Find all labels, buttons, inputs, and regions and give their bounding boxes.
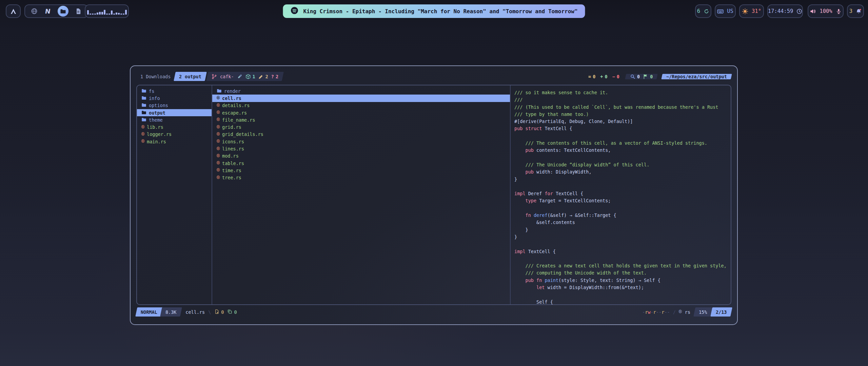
file-name: info	[149, 96, 160, 101]
current-path-segment[interactable]: ~/Repos/eza/src/output	[661, 74, 732, 79]
microphone-icon	[836, 8, 842, 14]
panes-container: fsinfooptionsoutputtheme®lib.rs®logger.r…	[136, 85, 731, 305]
updates-pill[interactable]: 6	[695, 4, 711, 18]
now-playing-pill[interactable]: King Crimson - Epitaph - Including "Marc…	[283, 4, 585, 18]
code-line: /// type by that name too.)	[514, 111, 731, 119]
file-row[interactable]: ®main.rs	[137, 138, 212, 145]
folder-icon	[141, 110, 146, 116]
graph-bar	[113, 14, 115, 15]
volume-level: 100%	[820, 8, 832, 14]
file-row[interactable]: theme	[137, 116, 212, 123]
git-branch-icon	[212, 74, 217, 79]
graph-bar	[106, 14, 108, 15]
file-row[interactable]: render	[212, 87, 510, 95]
code-line: &self.contents	[514, 220, 731, 227]
spotify-icon	[290, 6, 298, 16]
code-line: #[derive(PartialEq, Debug, Clone, Defaul…	[514, 119, 731, 126]
graph-bar	[104, 10, 105, 15]
file-name: output	[149, 110, 165, 116]
current-file-name: cell.rs	[185, 309, 205, 315]
code-line: }	[514, 227, 731, 234]
selected-file-row[interactable]: ®cell.rs	[212, 95, 510, 102]
tab-downloads[interactable]: 1 Downloads	[136, 72, 175, 81]
file-row[interactable]: ®tree.rs	[212, 174, 510, 181]
file-row[interactable]: options	[137, 102, 212, 109]
file-row[interactable]: ®details.rs	[212, 102, 510, 109]
separator: \	[208, 309, 211, 315]
keyboard-layout-pill[interactable]: US	[715, 4, 736, 18]
notifications-pill[interactable]: 3	[847, 4, 864, 18]
file-row[interactable]: ®lib.rs	[137, 123, 212, 130]
question-icon: ?	[271, 74, 274, 79]
file-name: icons.rs	[222, 139, 244, 144]
workspace-globe-icon[interactable]	[31, 7, 38, 15]
launcher-button[interactable]	[6, 4, 21, 18]
file-row[interactable]: info	[137, 95, 212, 102]
removed-count: 0	[617, 74, 619, 79]
rust-file-icon: ®	[217, 103, 220, 108]
code-line: ///	[514, 97, 731, 104]
file-row[interactable]: ®mod.rs	[212, 152, 510, 160]
separator: /	[673, 309, 676, 315]
code-preview: /// so it makes sense to cache it.//////…	[511, 87, 731, 305]
rust-file-icon: ®	[217, 117, 220, 122]
file-row[interactable]: ®time.rs	[212, 167, 510, 174]
folder-icon	[141, 88, 146, 94]
code-line: pub contents: TextCellContents,	[514, 147, 731, 155]
graph-bar	[87, 10, 89, 15]
flag-count: 0	[650, 74, 653, 79]
graph-bar	[120, 14, 122, 15]
workspace-folder-icon[interactable]	[58, 6, 68, 17]
volume-pill[interactable]: 100%	[808, 4, 844, 18]
notification-count: 3	[849, 8, 852, 14]
file-row[interactable]: ®table.rs	[212, 160, 510, 167]
workspace-n-letter-icon[interactable]: N	[44, 7, 52, 15]
code-line: }	[514, 234, 731, 241]
clock-pill[interactable]: 17:44:59	[767, 4, 803, 18]
folder-icon	[141, 102, 146, 108]
rust-file-icon: ®	[141, 125, 144, 130]
git-status-segment: cafk- 1 2 ?2	[206, 72, 284, 81]
code-line: /// (This used to be called `Cell`, but …	[514, 104, 731, 111]
file-name: logger.rs	[147, 131, 172, 137]
graph-bar	[97, 13, 98, 15]
current-pane-list: render®cell.rs®details.rs®escape.rs®file…	[212, 87, 510, 181]
filetype-label: rs	[685, 309, 690, 315]
parent-pane: fsinfooptionsoutputtheme®lib.rs®logger.r…	[137, 85, 212, 304]
workspace-document-icon[interactable]	[75, 7, 82, 15]
rust-file-icon: ®	[217, 139, 220, 144]
keyboard-layout-label: US	[727, 8, 733, 14]
file-row[interactable]: fs	[137, 87, 212, 95]
file-row[interactable]: ®file_name.rs	[212, 116, 510, 123]
breadcrumb-path: ~/Repos/eza/src/output	[666, 74, 727, 79]
file-row[interactable]: ®grid_details.rs	[212, 131, 510, 138]
file-name: theme	[149, 117, 163, 123]
graph-bar	[94, 14, 96, 15]
code-line: }	[514, 177, 731, 184]
search-icon	[630, 74, 635, 79]
yazi-window: 1 Downloads 2 output cafk- 1 2 ?2 =0 +0	[130, 65, 738, 325]
file-row[interactable]: ®grid.rs	[212, 123, 510, 130]
git-untracked-count: 2	[276, 74, 278, 79]
code-line: Self {	[514, 299, 731, 305]
file-row[interactable]: ®logger.rs	[137, 131, 212, 138]
pencil-icon	[258, 74, 264, 79]
code-line: /// The Unicode “display width” of this …	[514, 162, 731, 169]
code-line	[514, 256, 731, 263]
window-header: 1 Downloads 2 output cafk- 1 2 ?2 =0 +0	[136, 72, 731, 81]
system-graph-widget[interactable]	[85, 4, 129, 18]
weather-pill[interactable]: 31°	[739, 4, 764, 18]
tab-output[interactable]: 2 output	[174, 72, 207, 81]
keyboard-icon	[717, 8, 724, 15]
file-row[interactable]: ®lines.rs	[212, 145, 510, 152]
scroll-percent-segment: 15%	[693, 307, 712, 317]
file-row[interactable]: ®icons.rs	[212, 138, 510, 145]
selected-file-row[interactable]: output	[137, 109, 212, 116]
code-line: let width = DisplayWidth::from(&*text);	[514, 285, 731, 292]
code-line: pub width: DisplayWidth,	[514, 169, 731, 176]
graph-bar	[99, 12, 101, 15]
code-line	[514, 155, 731, 162]
preview-pane[interactable]: /// so it makes sense to cache it.//////…	[511, 85, 731, 304]
file-row[interactable]: ®escape.rs	[212, 109, 510, 116]
flag-icon	[643, 74, 648, 79]
